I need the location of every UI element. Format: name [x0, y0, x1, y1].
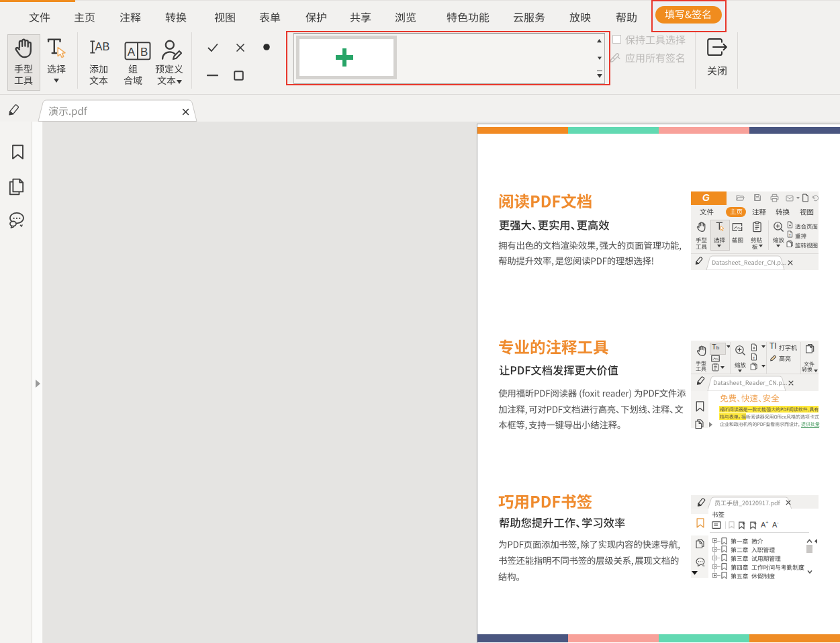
svg-text:A: A [128, 46, 136, 58]
svg-text:B: B [140, 46, 148, 58]
svg-text:AB: AB [95, 40, 110, 52]
svg-text:T: T [753, 356, 755, 360]
svg-text:T: T [789, 233, 791, 237]
